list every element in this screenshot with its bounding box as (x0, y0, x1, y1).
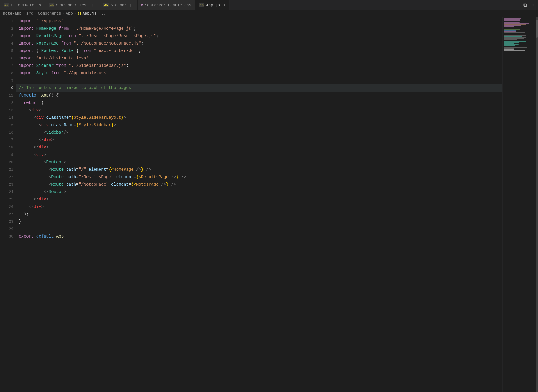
code-line-2: import HomePage from "../HomePage/HomePa… (16, 25, 502, 32)
tab-icon-hash: # (141, 3, 143, 7)
tab-label-searchbartest: SearchBar.test.js (56, 3, 96, 7)
minimap-line-3 (504, 20, 520, 21)
line-number-24: 24 (0, 188, 13, 196)
minimap-line-14 (504, 34, 520, 34)
minimap-line-28 (504, 50, 525, 51)
tab-searchbarcss[interactable]: # SearchBar.module.css (138, 0, 195, 10)
minimap-line-19 (504, 39, 517, 40)
tab-icon-js3: JS (103, 3, 108, 7)
tab-label-selectdate: SelectDate.js (11, 3, 41, 7)
minimap-line-4 (504, 22, 520, 23)
minimap-line-13 (504, 32, 525, 33)
code-line-12: return ( (16, 99, 502, 107)
minimap-line-9 (504, 28, 519, 29)
minimap-line-30 (504, 53, 513, 53)
breadcrumb-sep-3: › (62, 11, 65, 16)
minimap-line-25 (504, 47, 527, 48)
code-content[interactable]: import "./App.css";import HomePage from … (16, 17, 502, 392)
line-number-27: 27 (0, 211, 13, 218)
minimap-line-10 (504, 29, 520, 30)
line-number-11: 11 (0, 92, 13, 99)
tab-searchbartest[interactable]: JS SearchBar.test.js (45, 0, 100, 10)
tab-label-searchbarcss: SearchBar.module.css (145, 3, 191, 7)
tab-icon-js: JS (4, 3, 9, 7)
code-line-28: } (16, 218, 502, 225)
line-number-8: 8 (0, 69, 13, 77)
line-number-16: 16 (0, 129, 13, 136)
breadcrumb-sep-2: › (34, 11, 37, 16)
line-number-21: 21 (0, 166, 13, 173)
code-line-10: // The routes are linked to each of the … (16, 84, 502, 92)
line-number-17: 17 (0, 136, 13, 144)
line-number-15: 15 (0, 121, 13, 129)
tab-appjs[interactable]: JS App.js × (195, 0, 229, 10)
code-line-13: <div> (16, 107, 502, 114)
code-line-30: export default App; (16, 233, 502, 240)
minimap-line-15 (504, 35, 526, 36)
tab-label-appjs: App.js (206, 3, 220, 7)
line-number-1: 1 (0, 18, 13, 25)
minimap-line-26 (504, 48, 514, 49)
line-number-26: 26 (0, 203, 13, 211)
minimap-line-22 (504, 43, 514, 44)
breadcrumb-item-noteapp[interactable]: note-app (3, 11, 21, 16)
minimap-line-11 (504, 30, 516, 31)
line-number-20: 20 (0, 159, 13, 166)
code-line-9 (16, 77, 502, 84)
code-line-3: import ResultsPage from "../ResultsPage/… (16, 32, 502, 40)
minimap-line-7 (504, 25, 521, 26)
line-number-18: 18 (0, 144, 13, 151)
breadcrumb-item-ellipsis[interactable]: ... (101, 11, 108, 16)
line-number-19: 19 (0, 151, 13, 159)
line-number-22: 22 (0, 173, 13, 181)
breadcrumb-sep-1: › (23, 11, 25, 16)
minimap-line-18 (504, 38, 524, 39)
line-number-9: 9 (0, 77, 13, 84)
tab-icon-js4: JS (199, 3, 204, 7)
line-number-29: 29 (0, 225, 13, 233)
breadcrumb: note-app › src › Components › App › JS A… (0, 10, 538, 17)
breadcrumb-item-appjs[interactable]: App.js (83, 11, 97, 16)
line-number-3: 3 (0, 32, 13, 40)
breadcrumb-sep-4: › (74, 11, 76, 16)
line-number-13: 13 (0, 107, 13, 114)
breadcrumb-item-src[interactable]: src (26, 11, 33, 16)
breadcrumb-item-components[interactable]: Components (38, 11, 61, 16)
tab-selectdate[interactable]: JS SelectDate.js (0, 0, 45, 10)
line-number-25: 25 (0, 196, 13, 203)
minimap-line-24 (504, 45, 515, 46)
breadcrumb-js-icon: JS (78, 12, 81, 15)
minimap-line-12 (504, 31, 516, 32)
code-line-23: <Route path="/NotesPage" element={<Notes… (16, 181, 502, 188)
code-line-17: </div> (16, 136, 502, 144)
line-number-23: 23 (0, 181, 13, 188)
tab-sidebar[interactable]: JS Sidebar.js (99, 0, 137, 10)
minimap (502, 17, 538, 392)
minimap-line-27 (504, 49, 514, 50)
more-actions-button[interactable]: ⋯ (530, 1, 536, 9)
minimap-line-20 (504, 41, 526, 42)
minimap-line-1 (504, 18, 521, 19)
code-line-11: function App() { (16, 92, 502, 99)
code-line-19: <div> (16, 151, 502, 159)
scrollbar[interactable] (536, 17, 538, 392)
breadcrumb-item-app[interactable]: App (66, 11, 73, 16)
code-line-6: import 'antd/dist/antd.less' (16, 55, 502, 62)
line-number-6: 6 (0, 55, 13, 62)
minimap-line-5 (504, 23, 529, 24)
line-numbers: 1234567891011121314151617181920212223242… (0, 17, 16, 392)
line-number-10: 10 (0, 84, 13, 92)
tab-close-appjs[interactable]: × (223, 3, 225, 8)
code-line-21: <Route path="/" element={<HomePage />} /… (16, 166, 502, 173)
code-line-25: </div> (16, 196, 502, 203)
tab-bar: JS SelectDate.js JS SearchBar.test.js JS… (0, 0, 538, 10)
tab-actions: ⧉ ⋯ (522, 1, 538, 9)
minimap-line-23 (504, 44, 519, 45)
code-line-29 (16, 225, 502, 233)
scrollbar-thumb[interactable] (536, 20, 538, 38)
line-number-30: 30 (0, 233, 13, 240)
line-number-7: 7 (0, 62, 13, 69)
split-editor-button[interactable]: ⧉ (522, 2, 528, 9)
code-line-27: ); (16, 211, 502, 218)
code-line-22: <Route path="/ResultsPage" element={<Res… (16, 173, 502, 181)
